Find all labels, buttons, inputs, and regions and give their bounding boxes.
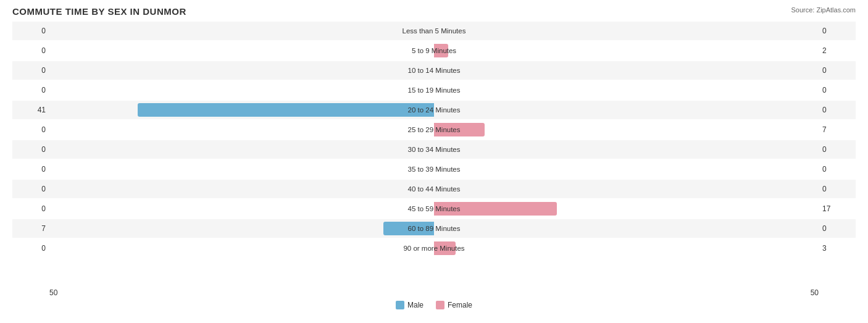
right-value: 0 bbox=[819, 86, 856, 94]
left-value: 7 bbox=[12, 224, 49, 233]
right-value: 0 bbox=[819, 165, 856, 174]
bars-center: 90 or more Minutes bbox=[49, 239, 819, 258]
right-value: 3 bbox=[819, 244, 856, 253]
left-value: 0 bbox=[12, 66, 49, 75]
male-bar bbox=[383, 222, 434, 235]
chart-row: 0 90 or more Minutes 3 bbox=[12, 239, 856, 258]
left-value: 0 bbox=[12, 165, 49, 174]
axis-labels: 50 50 bbox=[12, 288, 856, 297]
female-bar-wrap bbox=[434, 162, 730, 176]
chart-container: COMMUTE TIME BY SEX IN DUNMOR Source: Zi… bbox=[0, 0, 868, 323]
bars-center: 60 to 89 Minutes bbox=[49, 219, 819, 238]
female-bar-wrap bbox=[434, 241, 730, 255]
male-bar-wrap bbox=[138, 241, 434, 255]
legend-female: Female bbox=[436, 301, 472, 309]
female-bar-wrap bbox=[434, 202, 730, 216]
male-bar-wrap bbox=[138, 44, 434, 57]
axis-left-label: 50 bbox=[49, 288, 57, 297]
female-bar bbox=[434, 44, 448, 57]
chart-row: 0 30 to 34 Minutes 0 bbox=[12, 140, 856, 159]
female-bar-wrap bbox=[434, 103, 730, 117]
left-value: 0 bbox=[12, 204, 49, 213]
male-bar bbox=[138, 103, 434, 117]
source-label: Source: ZipAtlas.com bbox=[791, 6, 856, 14]
chart-row: 0 15 to 19 Minutes 0 bbox=[12, 81, 856, 99]
female-bar bbox=[434, 241, 456, 255]
female-bar-wrap bbox=[434, 143, 730, 156]
right-value: 0 bbox=[819, 106, 856, 114]
right-value: 0 bbox=[819, 145, 856, 154]
female-bar bbox=[434, 202, 557, 216]
male-bar-wrap bbox=[138, 123, 434, 136]
right-value: 0 bbox=[819, 27, 856, 35]
left-value: 0 bbox=[12, 125, 49, 134]
chart-row: 7 60 to 89 Minutes 0 bbox=[12, 219, 856, 238]
male-bar-wrap bbox=[138, 162, 434, 176]
left-value: 0 bbox=[12, 145, 49, 154]
male-bar-wrap bbox=[138, 64, 434, 77]
chart-row: 0 10 to 14 Minutes 0 bbox=[12, 61, 856, 80]
right-value: 0 bbox=[819, 224, 856, 233]
bars-center: 45 to 59 Minutes bbox=[49, 199, 819, 218]
female-bar-wrap bbox=[434, 64, 730, 77]
male-bar-wrap bbox=[138, 24, 434, 38]
bars-center: 15 to 19 Minutes bbox=[49, 81, 819, 99]
right-value: 0 bbox=[819, 66, 856, 75]
right-value: 17 bbox=[819, 204, 856, 213]
female-bar-wrap bbox=[434, 83, 730, 97]
left-value: 0 bbox=[12, 27, 49, 35]
male-bar-wrap bbox=[138, 103, 434, 117]
female-bar bbox=[434, 123, 485, 136]
legend-female-box bbox=[436, 301, 444, 309]
left-value: 41 bbox=[12, 106, 49, 114]
female-bar-wrap bbox=[434, 222, 730, 235]
left-value: 0 bbox=[12, 244, 49, 253]
legend-male-box bbox=[396, 301, 404, 309]
chart-row: 0 35 to 39 Minutes 0 bbox=[12, 160, 856, 178]
bars-center: 25 to 29 Minutes bbox=[49, 120, 819, 139]
legend: Male Female bbox=[12, 301, 856, 309]
chart-row: 0 25 to 29 Minutes 7 bbox=[12, 120, 856, 139]
male-bar-wrap bbox=[138, 222, 434, 235]
bars-center: 35 to 39 Minutes bbox=[49, 160, 819, 178]
bars-center: Less than 5 Minutes bbox=[49, 22, 819, 40]
left-value: 0 bbox=[12, 46, 49, 55]
bars-center: 20 to 24 Minutes bbox=[49, 101, 819, 119]
chart-row: 41 20 to 24 Minutes 0 bbox=[12, 101, 856, 119]
chart-row: 0 5 to 9 Minutes 2 bbox=[12, 41, 856, 60]
male-bar-wrap bbox=[138, 202, 434, 216]
female-bar-wrap bbox=[434, 123, 730, 136]
right-value: 0 bbox=[819, 185, 856, 193]
chart-area: 0 Less than 5 Minutes 0 0 5 to 9 Minutes bbox=[12, 22, 856, 287]
left-value: 0 bbox=[12, 185, 49, 193]
bars-center: 10 to 14 Minutes bbox=[49, 61, 819, 80]
chart-row: 0 40 to 44 Minutes 0 bbox=[12, 180, 856, 198]
male-bar-wrap bbox=[138, 83, 434, 97]
right-value: 2 bbox=[819, 46, 856, 55]
female-bar-wrap bbox=[434, 44, 730, 57]
bars-center: 40 to 44 Minutes bbox=[49, 180, 819, 198]
chart-row: 0 Less than 5 Minutes 0 bbox=[12, 22, 856, 40]
legend-male-label: Male bbox=[407, 301, 424, 309]
male-bar-wrap bbox=[138, 143, 434, 156]
bars-center: 5 to 9 Minutes bbox=[49, 41, 819, 60]
male-bar-wrap bbox=[138, 182, 434, 196]
axis-right-label: 50 bbox=[811, 288, 819, 297]
chart-title: COMMUTE TIME BY SEX IN DUNMOR bbox=[12, 6, 856, 17]
right-value: 7 bbox=[819, 125, 856, 134]
bars-center: 30 to 34 Minutes bbox=[49, 140, 819, 159]
chart-row: 0 45 to 59 Minutes 17 bbox=[12, 199, 856, 218]
legend-male: Male bbox=[396, 301, 424, 309]
legend-female-label: Female bbox=[448, 301, 472, 309]
female-bar-wrap bbox=[434, 182, 730, 196]
left-value: 0 bbox=[12, 86, 49, 94]
female-bar-wrap bbox=[434, 24, 730, 38]
